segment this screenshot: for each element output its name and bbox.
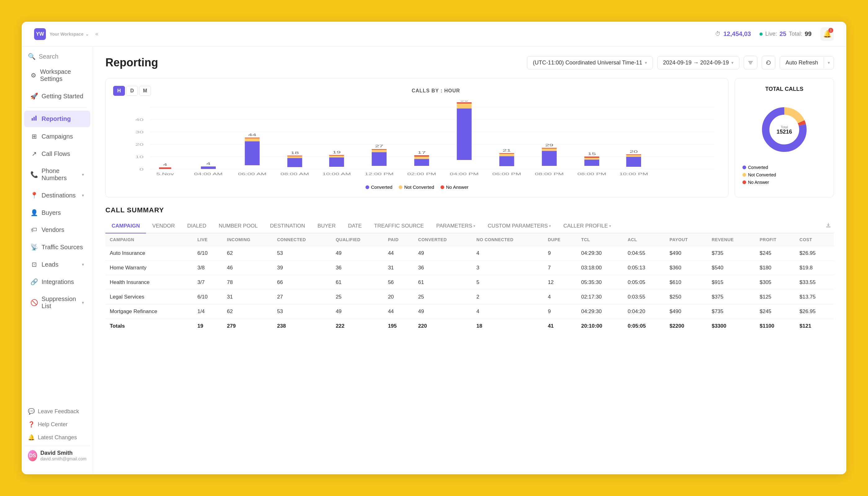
- legend-no-answer: No Answer: [440, 184, 469, 190]
- filter-button[interactable]: [744, 56, 757, 69]
- auto-refresh-button[interactable]: Auto Refresh ▾: [780, 56, 834, 69]
- sidebar-item-destinations[interactable]: 📍 Destinations ▾: [24, 187, 90, 203]
- table-cell: 31: [222, 290, 273, 305]
- search-button[interactable]: 🔍 Search: [22, 46, 93, 63]
- date-range-dropdown[interactable]: 2024-09-19 → 2024-09-19 ▾: [657, 56, 739, 69]
- workspace-name[interactable]: Your Workspace ⌄: [50, 32, 89, 36]
- leave-feedback-button[interactable]: 💬 Leave Feedback: [24, 405, 90, 418]
- tab-traffic-source[interactable]: TREAFFIC SOURCE: [368, 219, 430, 233]
- tab-custom-parameters[interactable]: CUSTOM PARAMETERS ▾: [481, 219, 557, 233]
- tab-buyer[interactable]: BUYER: [311, 219, 342, 233]
- collapse-sidebar-button[interactable]: «: [95, 31, 98, 37]
- sidebar-label-integrations: Integrations: [42, 278, 74, 285]
- time-button-h[interactable]: H: [113, 86, 125, 96]
- tab-destination[interactable]: DESTINATION: [264, 219, 311, 233]
- help-center-button[interactable]: ❓ Help Center: [24, 418, 90, 431]
- table-cell: 4: [472, 305, 543, 319]
- leave-feedback-label: Leave Feedback: [38, 408, 79, 415]
- donut-chart-title: TOTAL CALLS: [742, 86, 826, 92]
- sidebar-item-campaigns[interactable]: ⊞ Campaigns: [24, 128, 90, 144]
- custom-parameters-arrow: ▾: [549, 224, 551, 228]
- latest-changes-button[interactable]: 🔔 Latest Changes: [24, 431, 90, 444]
- donut-legend-converted: Converted: [742, 165, 826, 170]
- table-cell: $735: [708, 246, 756, 261]
- svg-rect-34: [329, 157, 344, 167]
- col-payout: PAYOUT: [665, 233, 708, 246]
- settings-icon: ⚙: [30, 72, 36, 79]
- refresh-button[interactable]: [762, 56, 775, 69]
- tab-date[interactable]: DATE: [342, 219, 368, 233]
- table-cell: 41: [543, 319, 577, 334]
- svg-rect-40: [372, 150, 387, 152]
- table-cell: $180: [756, 261, 795, 275]
- sidebar-item-reporting[interactable]: Reporting: [24, 111, 90, 127]
- tab-parameters[interactable]: PARAMETERS ▾: [430, 219, 481, 233]
- svg-text:15: 15: [588, 152, 596, 156]
- table-cell: 0:05:13: [623, 261, 665, 275]
- tab-caller-profile[interactable]: CALLER PROFILE ▾: [557, 219, 617, 233]
- time-button-m[interactable]: M: [139, 86, 151, 96]
- tab-number-pool[interactable]: NUMBER POOL: [212, 219, 264, 233]
- search-icon: 🔍: [28, 53, 36, 60]
- svg-text:06:00 AM: 06:00 AM: [238, 172, 267, 176]
- sidebar-item-traffic-sources[interactable]: 📡 Traffic Sources: [24, 239, 90, 255]
- bar-chart-title: CALLS BY : HOUR: [151, 88, 721, 94]
- export-button[interactable]: [823, 220, 834, 232]
- traffic-icon: 📡: [30, 243, 38, 251]
- col-cost: COST: [795, 233, 834, 246]
- svg-rect-26: [245, 138, 260, 138]
- svg-text:30: 30: [135, 130, 143, 134]
- stat-value: 12,454,03: [723, 30, 751, 37]
- col-campaign: CAMPAIGN: [105, 233, 193, 246]
- header-controls: (UTC-11:00) Coordinated Universal Time-1…: [527, 56, 834, 69]
- sidebar-item-workspace-settings[interactable]: ⚙ Workspace Settings: [24, 64, 90, 87]
- sidebar-item-getting-started[interactable]: 🚀 Getting Started: [24, 88, 90, 104]
- table-cell: 0:04:20: [623, 305, 665, 319]
- sidebar-item-integrations[interactable]: 🔗 Integrations: [24, 274, 90, 290]
- live-stat: Live: 25 Total: 99: [760, 30, 811, 37]
- table-cell: 20:10:00: [577, 319, 623, 334]
- total-label: Total:: [789, 31, 802, 37]
- auto-refresh-arrow-icon[interactable]: ▾: [824, 57, 834, 68]
- table-cell: 03:18:00: [577, 261, 623, 275]
- sidebar-item-vendors[interactable]: 🏷 Vendors: [24, 222, 90, 238]
- table-cell: 39: [273, 261, 331, 275]
- sidebar-label-phone-numbers: Phone Numbers: [42, 167, 78, 182]
- sidebar-item-buyers[interactable]: 👤 Buyers: [24, 205, 90, 221]
- sidebar-divider: [28, 107, 87, 108]
- sidebar-item-suppression-list[interactable]: 🚫 Suppression List ▾: [24, 291, 90, 314]
- svg-rect-59: [542, 151, 557, 166]
- sidebar-label-leads: Leads: [42, 261, 59, 268]
- notification-button[interactable]: 🔔 1: [820, 27, 834, 41]
- svg-rect-29: [288, 158, 302, 167]
- table-cell: $250: [665, 290, 708, 305]
- svg-rect-55: [499, 154, 514, 156]
- workspace-name-text: Your Workspace: [50, 32, 83, 36]
- sidebar-item-phone-numbers[interactable]: 📞 Phone Numbers ▾: [24, 163, 90, 186]
- tab-dialed[interactable]: DIALED: [181, 219, 212, 233]
- refresh-icon: [766, 60, 771, 65]
- table-cell: 238: [273, 319, 331, 334]
- table-body: Auto Insurance6/1062534944494904:29:300:…: [105, 246, 834, 334]
- table-cell: Home Warranty: [105, 261, 193, 275]
- table-cell: 19: [193, 319, 222, 334]
- main-layout: 🔍 Search ⚙ Workspace Settings 🚀 Getting …: [22, 46, 846, 474]
- sidebar-item-call-flows[interactable]: ↗ Call Flows: [24, 146, 90, 162]
- tab-vendor[interactable]: VENDOR: [146, 219, 181, 233]
- sidebar-item-leads[interactable]: ⊡ Leads ▾: [24, 257, 90, 273]
- table-cell: 195: [384, 319, 414, 334]
- table-cell: 220: [414, 319, 472, 334]
- tab-campaign[interactable]: CAMPAIGN: [105, 219, 146, 233]
- table-cell: $13.75: [795, 290, 834, 305]
- table-cell: 62: [222, 246, 273, 261]
- time-toggle: H D M: [113, 86, 151, 96]
- call-flows-icon: ↗: [30, 150, 38, 157]
- time-button-d[interactable]: D: [126, 86, 138, 96]
- timezone-dropdown[interactable]: (UTC-11:00) Coordinated Universal Time-1…: [527, 56, 653, 69]
- table-cell: Legal Services: [105, 290, 193, 305]
- table-cell: $121: [795, 319, 834, 334]
- donut-legend: Converted Not Converted No Answer: [742, 165, 826, 185]
- topbar: YW Your Workspace ⌄ « ⏱ 12,454,03 Live: …: [22, 22, 846, 46]
- table-cell: 6/10: [193, 246, 222, 261]
- svg-text:20: 20: [630, 150, 638, 153]
